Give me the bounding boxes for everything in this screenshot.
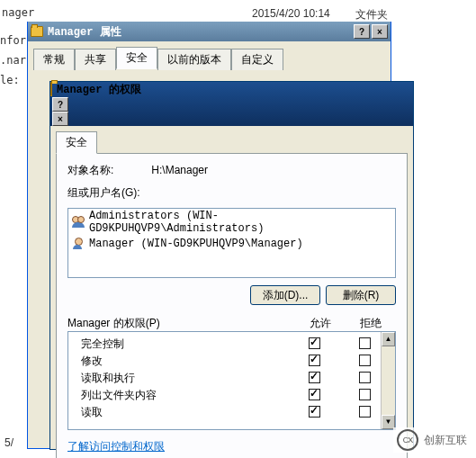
- help-button[interactable]: ?: [354, 24, 370, 39]
- deny-checkbox[interactable]: [359, 406, 371, 418]
- watermark-text: 创新互联: [424, 433, 467, 448]
- deny-checkbox[interactable]: [359, 337, 371, 349]
- permissions-titlebar[interactable]: Manager 的权限 ? ×: [50, 82, 413, 126]
- watermark-logo-icon: CX: [397, 429, 418, 451]
- properties-tabs: 常规 共享 安全 以前的版本 自定义: [28, 41, 391, 68]
- deny-checkbox[interactable]: [359, 389, 371, 400]
- deny-column-header: 拒绝: [346, 316, 396, 331]
- allow-column-header: 允许: [295, 316, 346, 331]
- help-button[interactable]: ?: [52, 97, 68, 112]
- page-indicator: 5/: [4, 436, 13, 449]
- permission-label: 完全控制: [74, 337, 289, 352]
- bg-filetype: 文件夹: [355, 7, 388, 22]
- bg-text: nager: [2, 6, 34, 19]
- users-group-icon: [71, 215, 85, 229]
- tab-security[interactable]: 安全: [116, 47, 157, 69]
- allow-checkbox[interactable]: [309, 372, 320, 383]
- tab-security[interactable]: 安全: [56, 131, 97, 154]
- scroll-up-icon[interactable]: ▲: [382, 332, 395, 346]
- permissions-dialog: Manager 的权限 ? × 安全 对象名称: H:\Manager 组或用户…: [49, 81, 414, 450]
- permissions-list: 完全控制修改读取和执行列出文件夹内容读取 ▲ ▼: [67, 331, 396, 430]
- permissions-header: Manager 的权限(P) 允许 拒绝: [67, 316, 396, 331]
- user-buttons: 添加(D)... 删除(R): [67, 285, 396, 305]
- properties-titlebar[interactable]: Manager 属性 ? ×: [28, 22, 391, 41]
- bg-text: le:: [0, 74, 20, 86]
- folder-icon: [50, 82, 52, 96]
- object-name-label: 对象名称:: [67, 163, 148, 178]
- permission-row: 读取: [74, 404, 390, 421]
- allow-checkbox[interactable]: [309, 355, 320, 366]
- permissions-title: Manager 的权限: [57, 84, 141, 96]
- tab-previous-versions[interactable]: 以前的版本: [157, 49, 231, 70]
- properties-title: Manager 属性: [48, 24, 352, 40]
- tab-general[interactable]: 常规: [33, 49, 75, 70]
- user-name: Manager (WIN-GD9KPUHQVP9\Manager): [89, 238, 303, 250]
- bg-text: .nar: [0, 54, 26, 67]
- add-button[interactable]: 添加(D)...: [250, 285, 320, 305]
- tab-customize[interactable]: 自定义: [231, 49, 283, 70]
- bg-text: nfor: [0, 34, 26, 47]
- watermark: CX 创新互联: [393, 427, 471, 453]
- deny-checkbox[interactable]: [359, 355, 371, 366]
- remove-button[interactable]: 删除(R): [326, 285, 396, 305]
- permission-label: 读取和执行: [74, 371, 289, 386]
- group-users-label: 组或用户名(G):: [67, 185, 396, 201]
- permissions-tabs: 安全: [50, 126, 413, 153]
- users-listbox[interactable]: Administrators (WIN-GD9KPUHQVP9\Administ…: [67, 208, 396, 278]
- allow-checkbox[interactable]: [309, 337, 320, 349]
- permission-row: 完全控制: [74, 336, 390, 353]
- folder-icon: [31, 26, 43, 37]
- permission-row: 读取和执行: [74, 370, 390, 387]
- user-name: Administrators (WIN-GD9KPUHQVP9\Administ…: [89, 210, 392, 235]
- bg-timestamp: 2015/4/20 10:14: [252, 7, 330, 20]
- object-name-row: 对象名称: H:\Manager: [67, 163, 396, 178]
- permission-row: 列出文件夹内容: [74, 387, 390, 404]
- permission-label: 列出文件夹内容: [74, 388, 289, 403]
- close-button[interactable]: ×: [372, 24, 388, 39]
- user-icon: [71, 237, 85, 251]
- list-item[interactable]: Manager (WIN-GD9KPUHQVP9\Manager): [68, 236, 395, 252]
- learn-more-link[interactable]: 了解访问控制和权限: [67, 439, 165, 454]
- permissions-title-label: Manager 的权限(P): [67, 316, 295, 331]
- tab-sharing[interactable]: 共享: [75, 49, 116, 70]
- permission-row: 修改: [74, 353, 390, 370]
- list-item[interactable]: Administrators (WIN-GD9KPUHQVP9\Administ…: [68, 209, 395, 236]
- scrollbar[interactable]: ▲ ▼: [381, 332, 395, 429]
- permissions-tab-body: 对象名称: H:\Manager 组或用户名(G): Administrator…: [56, 153, 408, 458]
- close-button[interactable]: ×: [52, 112, 68, 126]
- permission-label: 修改: [74, 354, 289, 369]
- allow-checkbox[interactable]: [309, 389, 320, 400]
- deny-checkbox[interactable]: [359, 372, 371, 383]
- object-name-value: H:\Manager: [151, 164, 208, 176]
- allow-checkbox[interactable]: [309, 406, 320, 418]
- permission-label: 读取: [74, 405, 289, 420]
